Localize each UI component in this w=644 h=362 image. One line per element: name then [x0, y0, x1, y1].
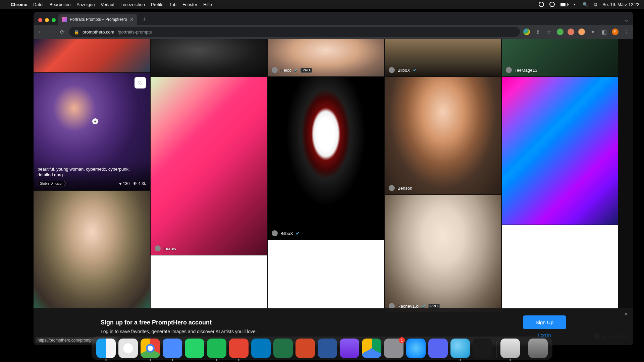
dock-voice-memos-icon[interactable] — [473, 339, 492, 358]
image-card-loading[interactable] — [502, 225, 618, 309]
card-overlay: beautiful, young woman, cybernetic, cybe… — [34, 162, 150, 190]
nav-reload-button[interactable]: ⟳ — [58, 29, 66, 35]
author-badge[interactable]: BilboX ✔ — [389, 67, 417, 73]
author-avatar-icon — [272, 67, 278, 73]
model-badge: Stable Diffusion — [38, 181, 66, 186]
tab-favicon-icon — [62, 17, 67, 22]
menu-lesezeichen[interactable]: Lesezeichen — [120, 2, 145, 7]
google-translate-icon[interactable] — [523, 28, 530, 35]
dock-discord-icon[interactable] — [428, 339, 448, 358]
window-minimize-button[interactable] — [45, 18, 49, 22]
artwork-thumbnail — [151, 39, 267, 76]
dock-trash-icon[interactable] — [528, 339, 548, 358]
profile-avatar-button[interactable]: S — [612, 28, 619, 35]
author-badge[interactable]: mcrow — [155, 245, 176, 251]
dock-gdrive-icon[interactable] — [362, 339, 381, 358]
author-badge[interactable]: Benson — [389, 185, 412, 191]
dock-badge: 1 — [399, 337, 405, 343]
dock-whatsapp-icon[interactable] — [185, 339, 204, 358]
artwork-thumbnail — [502, 77, 618, 225]
menu-bearbeiten[interactable]: Bearbeiten — [49, 2, 70, 7]
chrome-window: Portraits Prompts – PromptHero ✕ ＋ ⌄ ← →… — [34, 12, 633, 345]
author-avatar-icon — [506, 67, 512, 73]
address-bar[interactable]: 🔒 prompthero.com/portraits-prompts — [69, 27, 520, 37]
extensions-puzzle-icon[interactable]: ✦ — [589, 29, 596, 35]
image-card[interactable]: TeeMage13 — [502, 39, 618, 76]
window-maximize-button[interactable] — [52, 18, 56, 22]
image-card[interactable]: Heico ✔ PRO — [268, 39, 384, 76]
author-badge[interactable]: BilboX ✔ — [272, 230, 300, 236]
dock-app-circle-icon[interactable] — [406, 339, 426, 358]
menubar-clock[interactable]: So. 19. März 12:22 — [602, 2, 639, 7]
battery-icon[interactable] — [560, 3, 568, 6]
window-close-button[interactable] — [38, 18, 42, 22]
author-badge[interactable]: TeeMage13 — [506, 67, 537, 73]
image-card[interactable] — [34, 191, 150, 308]
playback-icon[interactable] — [549, 2, 555, 7]
tab-close-icon[interactable]: ✕ — [130, 17, 134, 22]
tab-list-chevron-icon[interactable]: ⌄ — [620, 16, 633, 25]
dock-imovie-icon[interactable] — [340, 339, 359, 358]
menu-verlauf[interactable]: Verlauf — [101, 2, 114, 7]
dock-powerpoint-icon[interactable] — [296, 339, 315, 358]
image-card[interactable]: Rachey13x ✔ PRO — [385, 195, 501, 312]
wifi-icon[interactable]: ᯤ — [573, 2, 577, 7]
image-card[interactable]: Benson — [385, 77, 501, 194]
screen-record-icon[interactable] — [539, 2, 544, 7]
image-card-hovered[interactable]: ♡ beautiful, young woman, cybernetic, cy… — [34, 73, 150, 190]
dock-safari-icon[interactable] — [118, 339, 138, 358]
dock-preview-icon[interactable] — [500, 339, 520, 358]
chrome-menu-icon[interactable]: ⋮ — [623, 29, 630, 35]
image-card[interactable] — [502, 77, 618, 225]
favorite-heart-button[interactable]: ♡ — [135, 77, 146, 88]
pro-badge: PRO — [301, 68, 312, 73]
image-card[interactable]: mcrow — [151, 77, 267, 255]
dock-trello-icon[interactable] — [251, 339, 271, 358]
chrome-toolbar: ← → ⟳ 🔒 prompthero.com/portraits-prompts… — [34, 25, 633, 39]
dock-todoist-icon[interactable] — [229, 339, 249, 358]
image-card-loading[interactable] — [268, 240, 384, 309]
macos-menubar: Chrome Datei Bearbeiten Anzeigen Verlauf… — [0, 0, 644, 9]
control-center-icon[interactable]: ⏣ — [593, 2, 597, 7]
banner-close-icon[interactable]: ✕ — [624, 311, 628, 317]
author-badge[interactable]: Heico ✔ PRO — [272, 67, 312, 73]
new-tab-button[interactable]: ＋ — [137, 15, 151, 25]
menu-profile[interactable]: Profile — [151, 2, 163, 7]
signup-button[interactable]: Sign Up — [523, 315, 566, 329]
image-card[interactable]: BilboX ✔ — [385, 39, 501, 76]
menu-fenster[interactable]: Fenster — [182, 2, 197, 7]
spotlight-icon[interactable]: 🔍 — [583, 2, 588, 7]
share-icon[interactable]: ⇪ — [534, 29, 541, 35]
image-card[interactable]: BilboX ✔ — [268, 77, 384, 240]
author-avatar-icon — [389, 185, 395, 191]
side-panel-icon[interactable]: ◧ — [600, 29, 608, 35]
dock-word-icon[interactable] — [318, 339, 337, 358]
nav-forward-button[interactable]: → — [48, 29, 55, 35]
nav-back-button[interactable]: ← — [37, 29, 44, 35]
dock-zoom-icon[interactable] — [163, 339, 182, 358]
author-name: BilboX — [280, 231, 293, 236]
browser-tab[interactable]: Portraits Prompts – PromptHero ✕ — [58, 14, 137, 25]
dock-quicktime-icon[interactable] — [450, 339, 470, 358]
dock-chrome-icon[interactable] — [141, 339, 160, 358]
extension-icon-1[interactable] — [568, 28, 574, 35]
dock-system-settings-icon[interactable]: 1 — [384, 339, 404, 358]
dock-finder-icon[interactable] — [96, 339, 116, 358]
url-domain: prompthero.com — [83, 29, 114, 35]
dock-spotify-icon[interactable] — [207, 339, 226, 358]
artwork-thumbnail — [151, 77, 267, 255]
image-card-loading[interactable] — [151, 255, 267, 309]
menu-datei[interactable]: Datei — [33, 2, 43, 7]
macos-dock: 1 — [92, 337, 552, 360]
shield-extension-icon[interactable] — [557, 28, 564, 35]
extension-icon-2[interactable] — [578, 28, 585, 35]
artwork-thumbnail — [268, 77, 384, 240]
bookmark-star-icon[interactable]: ☆ — [545, 29, 553, 35]
image-card[interactable] — [34, 39, 150, 72]
menu-tab[interactable]: Tab — [169, 2, 176, 7]
menu-anzeigen[interactable]: Anzeigen — [76, 2, 95, 7]
menubar-app-name[interactable]: Chrome — [11, 2, 27, 7]
dock-excel-icon[interactable] — [273, 339, 293, 358]
image-card[interactable] — [151, 39, 267, 76]
menu-hilfe[interactable]: Hilfe — [203, 2, 212, 7]
